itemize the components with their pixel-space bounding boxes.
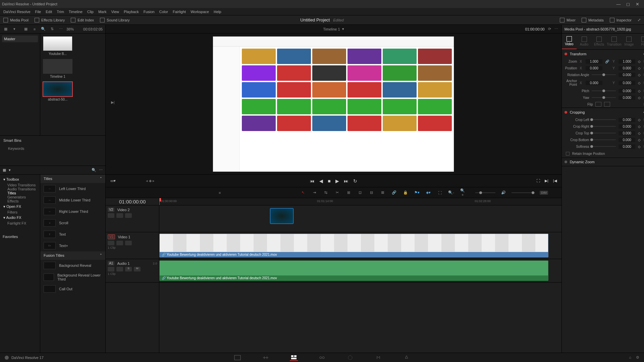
track-name[interactable]: Video 2 <box>117 208 129 212</box>
collapse-icon[interactable]: ˄ <box>100 177 102 181</box>
auto-select-icon[interactable] <box>116 213 123 218</box>
media-pool-toggle[interactable]: Media Pool <box>3 18 29 22</box>
menu-item[interactable]: Fairlight <box>173 10 186 14</box>
timeline-timecode[interactable]: 01:00:00:00 <box>108 199 157 204</box>
fusion-page-button[interactable] <box>318 354 326 361</box>
keyframe-icon[interactable]: ◇ <box>638 96 641 100</box>
sound-library-toggle[interactable]: Sound Library <box>100 18 130 22</box>
track-name[interactable]: Video 1 <box>118 235 130 239</box>
track-tag-active[interactable]: V1 <box>108 234 115 239</box>
yaw-slider[interactable] <box>592 97 616 98</box>
effects-tree-item[interactable]: Filters <box>1 210 39 214</box>
lock-icon[interactable]: 🔒 <box>402 190 409 195</box>
home-button[interactable]: ⌂ <box>629 355 631 360</box>
sync-icon[interactable]: ⟳ <box>548 27 551 31</box>
crop-bottom-field[interactable]: 0.000 <box>619 138 635 142</box>
arm-icon[interactable] <box>116 267 123 272</box>
title-preset[interactable]: T+Text+ <box>40 240 105 251</box>
effects-tree-item-active[interactable]: Titles <box>1 191 39 195</box>
go-start-icon[interactable]: |◀ <box>553 179 557 183</box>
keyframe-icon[interactable]: ◇ <box>638 125 641 128</box>
fusion-title-preset[interactable]: Call Out <box>40 283 105 295</box>
maximize-button[interactable]: ◻ <box>623 2 633 7</box>
menu-item[interactable]: DaVinci Resolve <box>3 10 31 14</box>
inspector-tab-audio[interactable]: Audio <box>577 34 592 49</box>
flip-v-button[interactable] <box>604 102 610 107</box>
insert-tool[interactable]: ⊞ <box>345 190 352 195</box>
crop-right-field[interactable]: 0.000 <box>619 124 635 129</box>
timeline-name[interactable]: Timeline 1 <box>323 27 340 31</box>
zoom-in-icon[interactable]: 🔍+ <box>459 188 466 197</box>
clip-image[interactable]: abstract-50... <box>270 208 293 224</box>
cut-page-button[interactable] <box>262 354 270 361</box>
blade-tool[interactable]: ✂ <box>334 190 340 195</box>
lock-icon[interactable] <box>108 213 114 218</box>
track-v1[interactable]: 🔗 Youtube Bewertung deaktivieren und akt… <box>159 232 561 259</box>
deliver-page-button[interactable] <box>402 354 411 361</box>
effects-tree-item[interactable]: Video Transitions <box>1 183 39 187</box>
inspector-toggle[interactable]: Inspector <box>610 18 632 22</box>
options-icon[interactable]: ⋯ <box>58 26 64 32</box>
favorites-header[interactable]: Favorites <box>1 232 39 241</box>
timeline-ruler[interactable]: 01:00:00:00 01:01:14:00 01:02:28:00 <box>159 198 561 205</box>
master-bin[interactable]: Master <box>2 36 38 42</box>
effects-tree-item[interactable]: Effects <box>1 199 39 203</box>
nav-arrows[interactable]: ◂ ◆ ▸ <box>146 179 155 183</box>
color-page-button[interactable] <box>346 354 354 361</box>
zoom-slider[interactable] <box>475 192 495 193</box>
title-preset[interactable]: TText <box>40 229 105 240</box>
keyframe-icon[interactable]: ◇ <box>638 73 641 77</box>
menu-item[interactable]: Clip <box>87 10 94 14</box>
track-name[interactable]: Audio 1 <box>117 261 129 265</box>
thumb-view-icon[interactable]: ▦ <box>23 26 29 32</box>
sort-icon[interactable]: ⇅ <box>49 26 55 32</box>
titles-section-header[interactable]: Titles˄ <box>40 175 105 183</box>
selection-tool[interactable]: ↖ <box>300 190 306 195</box>
options-icon[interactable]: ⋯ <box>99 168 103 172</box>
clip-audio[interactable]: 🔗 Youtube Bewertung deaktivieren und akt… <box>159 260 548 281</box>
mute-button[interactable]: M <box>134 267 141 272</box>
close-button[interactable]: ✕ <box>633 2 642 7</box>
keyframe-icon[interactable]: ◇ <box>638 131 641 135</box>
edit-index-toggle[interactable]: Edit Index <box>71 18 94 22</box>
keyframe-icon[interactable]: ◇ <box>638 138 641 142</box>
inspector-tab-effects[interactable]: Effects <box>592 34 607 49</box>
media-clip[interactable]: Timeline 1 <box>43 59 72 78</box>
dynamic-trim-tool[interactable]: ⇆ <box>322 190 329 195</box>
loop-button[interactable]: ↻ <box>353 178 357 184</box>
search-icon[interactable]: 🔍 <box>40 26 46 32</box>
marker-icon[interactable]: ◈▾ <box>425 190 432 195</box>
play-button[interactable]: ▶ <box>335 178 339 184</box>
expand-button[interactable]: ⤢ <box>638 18 641 22</box>
menu-item[interactable]: Playback <box>124 10 139 14</box>
pos-y-field[interactable]: 0.000 <box>619 66 635 70</box>
pos-x-field[interactable]: 0.000 <box>586 66 602 70</box>
menu-item[interactable]: Timeline <box>69 10 83 14</box>
keyframe-icon[interactable]: ◇ <box>638 60 641 63</box>
snapping-toggle[interactable]: 𝌆 <box>379 190 386 195</box>
options-icon[interactable]: ⋯ <box>554 27 558 31</box>
smart-bins-header[interactable]: Smart Bins <box>3 138 102 142</box>
prev-clip-button[interactable]: ⏮ <box>310 178 315 184</box>
keyframe-icon[interactable]: ◇ <box>638 81 641 85</box>
menu-item[interactable]: Fusion <box>144 10 155 14</box>
title-preset[interactable]: ─Middle Lower Third <box>40 194 105 206</box>
title-preset[interactable]: ≡Scroll <box>40 217 105 229</box>
match-frame-icon[interactable]: ⛶ <box>536 179 540 183</box>
inspector-tab-transition[interactable]: Transition <box>606 34 622 49</box>
track-tag[interactable]: V2 <box>108 207 114 212</box>
effects-tree-item[interactable]: Audio Transitions <box>1 187 39 191</box>
softness-slider[interactable] <box>592 146 616 147</box>
zoom-out-icon[interactable]: 🔍- <box>448 190 454 195</box>
menu-item[interactable]: Trim <box>57 10 64 14</box>
viewer-zoom-pct[interactable]: 38% <box>66 27 74 31</box>
pitch-field[interactable]: 0.000 <box>619 89 635 93</box>
media-clip-selected[interactable]: abstract-50... <box>43 82 72 101</box>
flag-icon[interactable]: ⚑▾ <box>414 190 420 195</box>
viewer-mode-icon[interactable]: ▭▾ <box>110 179 116 183</box>
menu-item[interactable]: Edit <box>46 10 52 14</box>
crop-right-slider[interactable] <box>592 126 616 127</box>
minimize-button[interactable]: — <box>614 2 623 7</box>
fairlight-page-button[interactable] <box>374 354 382 361</box>
crop-left-slider[interactable] <box>592 119 616 120</box>
